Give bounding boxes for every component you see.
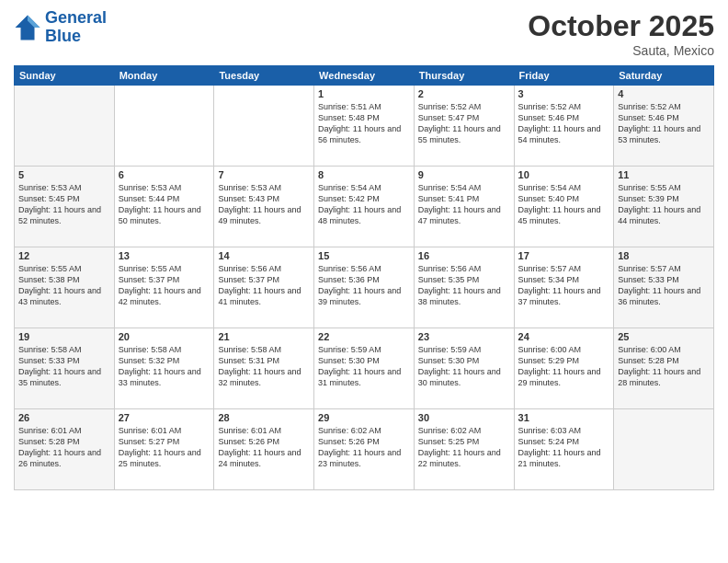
day-number: 21: [218, 331, 310, 342]
day-header-wednesday: Wednesday: [314, 66, 415, 86]
cell-info: Sunrise: 5:51 AM Sunset: 5:48 PM Dayligh…: [318, 101, 410, 146]
cell-info: Sunrise: 5:52 AM Sunset: 5:47 PM Dayligh…: [418, 101, 510, 146]
cell-info: Sunrise: 5:58 AM Sunset: 5:33 PM Dayligh…: [18, 344, 110, 389]
cell-info: Sunrise: 5:52 AM Sunset: 5:46 PM Dayligh…: [518, 101, 610, 146]
day-number: 16: [418, 250, 510, 261]
week-row-5: 26Sunrise: 6:01 AM Sunset: 5:28 PM Dayli…: [15, 409, 714, 490]
cell-info: Sunrise: 5:54 AM Sunset: 5:41 PM Dayligh…: [418, 182, 510, 227]
cell-info: Sunrise: 6:02 AM Sunset: 5:26 PM Dayligh…: [318, 425, 410, 470]
day-header-saturday: Saturday: [614, 66, 714, 86]
day-number: 23: [418, 331, 510, 342]
calendar-cell: 31Sunrise: 6:03 AM Sunset: 5:24 PM Dayli…: [514, 409, 614, 490]
cell-info: Sunrise: 5:55 AM Sunset: 5:38 PM Dayligh…: [18, 263, 110, 308]
day-number: 3: [518, 88, 610, 99]
cell-info: Sunrise: 5:57 AM Sunset: 5:34 PM Dayligh…: [518, 263, 610, 308]
cell-info: Sunrise: 5:55 AM Sunset: 5:37 PM Dayligh…: [119, 263, 210, 308]
day-number: 10: [518, 169, 610, 180]
week-row-3: 12Sunrise: 5:55 AM Sunset: 5:38 PM Dayli…: [15, 247, 714, 328]
cell-info: Sunrise: 5:58 AM Sunset: 5:31 PM Dayligh…: [218, 344, 310, 389]
day-number: 18: [618, 250, 710, 261]
week-row-1: 1Sunrise: 5:51 AM Sunset: 5:48 PM Daylig…: [15, 86, 714, 167]
calendar-cell: 29Sunrise: 6:02 AM Sunset: 5:26 PM Dayli…: [314, 409, 415, 490]
calendar-cell: 22Sunrise: 5:59 AM Sunset: 5:30 PM Dayli…: [314, 328, 415, 409]
cell-info: Sunrise: 5:57 AM Sunset: 5:33 PM Dayligh…: [618, 263, 710, 308]
cell-info: Sunrise: 5:59 AM Sunset: 5:30 PM Dayligh…: [318, 344, 410, 389]
day-number: 15: [318, 250, 410, 261]
calendar-cell: 7Sunrise: 5:53 AM Sunset: 5:43 PM Daylig…: [214, 167, 314, 247]
day-number: 29: [318, 412, 410, 423]
days-header-row: SundayMondayTuesdayWednesdayThursdayFrid…: [15, 66, 714, 86]
cell-info: Sunrise: 5:58 AM Sunset: 5:32 PM Dayligh…: [119, 344, 210, 389]
day-number: 28: [218, 412, 310, 423]
cell-info: Sunrise: 5:53 AM Sunset: 5:45 PM Dayligh…: [18, 182, 110, 227]
calendar-cell: 15Sunrise: 5:56 AM Sunset: 5:36 PM Dayli…: [314, 247, 415, 328]
cell-info: Sunrise: 6:02 AM Sunset: 5:25 PM Dayligh…: [418, 425, 510, 470]
title-block: October 2025 Sauta, Mexico: [528, 9, 714, 58]
day-number: 8: [318, 169, 410, 180]
calendar-cell: 1Sunrise: 5:51 AM Sunset: 5:48 PM Daylig…: [314, 86, 415, 167]
week-row-2: 5Sunrise: 5:53 AM Sunset: 5:45 PM Daylig…: [15, 167, 714, 247]
day-number: 11: [618, 169, 710, 180]
week-row-4: 19Sunrise: 5:58 AM Sunset: 5:33 PM Dayli…: [15, 328, 714, 409]
day-number: 25: [618, 331, 710, 342]
day-number: 24: [518, 331, 610, 342]
calendar-cell: 25Sunrise: 6:00 AM Sunset: 5:28 PM Dayli…: [614, 328, 714, 409]
cell-info: Sunrise: 5:55 AM Sunset: 5:39 PM Dayligh…: [618, 182, 710, 227]
calendar-cell: 16Sunrise: 5:56 AM Sunset: 5:35 PM Dayli…: [414, 247, 514, 328]
calendar-cell: 12Sunrise: 5:55 AM Sunset: 5:38 PM Dayli…: [15, 247, 115, 328]
day-number: 22: [318, 331, 410, 342]
calendar-table: SundayMondayTuesdayWednesdayThursdayFrid…: [14, 65, 714, 490]
calendar-cell: [15, 86, 115, 167]
day-number: 7: [218, 169, 310, 180]
day-number: 2: [418, 88, 510, 99]
calendar-cell: 24Sunrise: 6:00 AM Sunset: 5:29 PM Dayli…: [514, 328, 614, 409]
calendar-cell: 3Sunrise: 5:52 AM Sunset: 5:46 PM Daylig…: [514, 86, 614, 167]
calendar-cell: 28Sunrise: 6:01 AM Sunset: 5:26 PM Dayli…: [214, 409, 314, 490]
calendar-cell: [114, 86, 214, 167]
day-number: 1: [318, 88, 410, 99]
cell-info: Sunrise: 5:53 AM Sunset: 5:43 PM Dayligh…: [218, 182, 310, 227]
day-number: 5: [18, 169, 110, 180]
day-header-sunday: Sunday: [15, 66, 115, 86]
cell-info: Sunrise: 6:01 AM Sunset: 5:28 PM Dayligh…: [18, 425, 110, 470]
day-number: 26: [18, 412, 110, 423]
day-number: 31: [518, 412, 610, 423]
calendar-cell: 4Sunrise: 5:52 AM Sunset: 5:46 PM Daylig…: [614, 86, 714, 167]
logo: General Blue: [14, 9, 107, 46]
day-number: 27: [119, 412, 210, 423]
calendar-cell: 21Sunrise: 5:58 AM Sunset: 5:31 PM Dayli…: [214, 328, 314, 409]
logo-text: General Blue: [45, 9, 107, 46]
month-title: October 2025: [528, 9, 714, 43]
day-header-monday: Monday: [114, 66, 214, 86]
cell-info: Sunrise: 5:59 AM Sunset: 5:30 PM Dayligh…: [418, 344, 510, 389]
calendar-cell: 2Sunrise: 5:52 AM Sunset: 5:47 PM Daylig…: [414, 86, 514, 167]
day-number: 30: [418, 412, 510, 423]
header: General Blue October 2025 Sauta, Mexico: [14, 9, 714, 58]
day-header-tuesday: Tuesday: [214, 66, 314, 86]
calendar-cell: 13Sunrise: 5:55 AM Sunset: 5:37 PM Dayli…: [114, 247, 214, 328]
calendar-cell: 9Sunrise: 5:54 AM Sunset: 5:41 PM Daylig…: [414, 167, 514, 247]
calendar-cell: 27Sunrise: 6:01 AM Sunset: 5:27 PM Dayli…: [114, 409, 214, 490]
location: Sauta, Mexico: [528, 43, 714, 58]
calendar-cell: [614, 409, 714, 490]
day-number: 17: [518, 250, 610, 261]
cell-info: Sunrise: 5:56 AM Sunset: 5:36 PM Dayligh…: [318, 263, 410, 308]
day-number: 6: [119, 169, 210, 180]
calendar-cell: [214, 86, 314, 167]
day-header-friday: Friday: [514, 66, 614, 86]
cell-info: Sunrise: 5:54 AM Sunset: 5:40 PM Dayligh…: [518, 182, 610, 227]
day-number: 14: [218, 250, 310, 261]
cell-info: Sunrise: 6:00 AM Sunset: 5:28 PM Dayligh…: [618, 344, 710, 389]
cell-info: Sunrise: 6:03 AM Sunset: 5:24 PM Dayligh…: [518, 425, 610, 470]
day-number: 9: [418, 169, 510, 180]
calendar-cell: 26Sunrise: 6:01 AM Sunset: 5:28 PM Dayli…: [15, 409, 115, 490]
calendar-cell: 6Sunrise: 5:53 AM Sunset: 5:44 PM Daylig…: [114, 167, 214, 247]
cell-info: Sunrise: 5:54 AM Sunset: 5:42 PM Dayligh…: [318, 182, 410, 227]
day-number: 19: [18, 331, 110, 342]
calendar-cell: 17Sunrise: 5:57 AM Sunset: 5:34 PM Dayli…: [514, 247, 614, 328]
cell-info: Sunrise: 6:01 AM Sunset: 5:26 PM Dayligh…: [218, 425, 310, 470]
day-header-thursday: Thursday: [414, 66, 514, 86]
calendar-cell: 8Sunrise: 5:54 AM Sunset: 5:42 PM Daylig…: [314, 167, 415, 247]
calendar-cell: 30Sunrise: 6:02 AM Sunset: 5:25 PM Dayli…: [414, 409, 514, 490]
day-number: 13: [119, 250, 210, 261]
